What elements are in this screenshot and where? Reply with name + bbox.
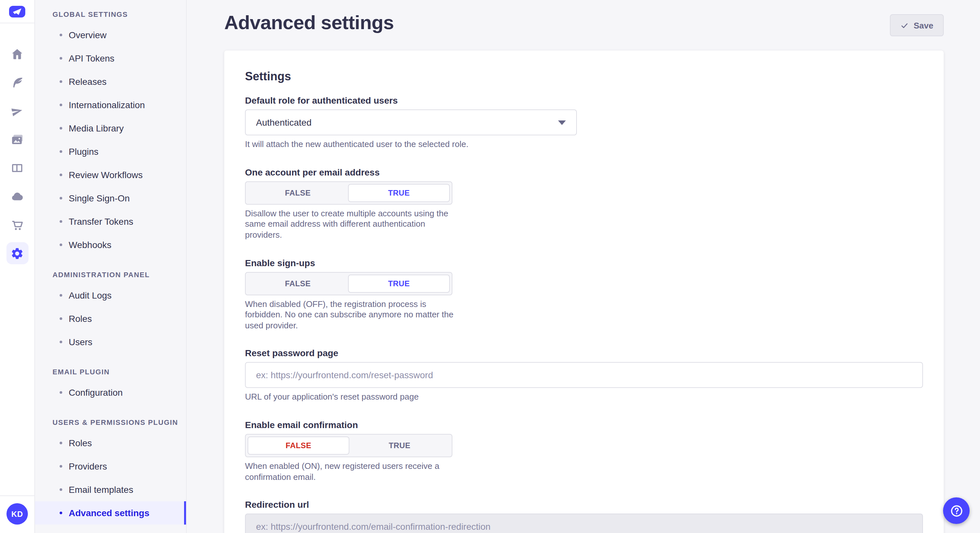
field-email-confirmation: Enable email confirmation FALSE TRUE Whe… bbox=[245, 420, 923, 483]
send-icon[interactable] bbox=[6, 100, 28, 122]
bullet-icon bbox=[60, 57, 62, 60]
sidebar-section-email-plugin: EMAIL PLUGIN bbox=[35, 368, 186, 376]
bullet-icon bbox=[60, 104, 62, 106]
bullet-icon bbox=[60, 442, 62, 444]
sidebar-item-api-tokens[interactable]: API Tokens bbox=[35, 47, 186, 70]
field-enable-signups: Enable sign-ups FALSE TRUE When disabled… bbox=[245, 257, 923, 331]
avatar[interactable]: KD bbox=[6, 503, 28, 525]
card-title: Settings bbox=[245, 70, 923, 84]
bullet-icon bbox=[60, 391, 62, 394]
toggle-true-option[interactable]: TRUE bbox=[349, 436, 450, 455]
toggle-true-option[interactable]: TRUE bbox=[348, 274, 450, 292]
field-label: Enable email confirmation bbox=[245, 420, 923, 430]
question-icon bbox=[949, 503, 964, 518]
field-label: Reset password page bbox=[245, 348, 923, 359]
check-icon bbox=[900, 21, 908, 30]
settings-sidebar: GLOBAL SETTINGS Overview API Tokens Rele… bbox=[35, 0, 187, 533]
one-account-toggle: FALSE TRUE bbox=[245, 181, 452, 204]
rail-icons bbox=[6, 23, 28, 495]
sidebar-item-transfer-tokens[interactable]: Transfer Tokens bbox=[35, 210, 186, 233]
sidebar-item-providers[interactable]: Providers bbox=[35, 455, 186, 478]
sidebar-item-releases[interactable]: Releases bbox=[35, 70, 186, 93]
bullet-icon bbox=[60, 512, 62, 514]
toggle-false-option[interactable]: FALSE bbox=[248, 184, 348, 202]
bullet-icon bbox=[60, 294, 62, 297]
field-hint: URL of your application's reset password… bbox=[245, 392, 923, 403]
rail-bottom: KD bbox=[0, 495, 34, 533]
bullet-icon bbox=[60, 197, 62, 200]
field-hint: When enabled (ON), new registered users … bbox=[245, 461, 461, 483]
field-one-account: One account per email address FALSE TRUE… bbox=[245, 167, 923, 241]
field-default-role: Default role for authenticated users Aut… bbox=[245, 95, 923, 150]
sidebar-item-audit-logs[interactable]: Audit Logs bbox=[35, 284, 186, 307]
feather-icon[interactable] bbox=[6, 71, 28, 93]
app-window: KD GLOBAL SETTINGS Overview API Tokens R… bbox=[0, 0, 980, 533]
chevron-down-icon bbox=[558, 120, 566, 125]
settings-card: Settings Default role for authenticated … bbox=[224, 51, 944, 533]
icon-rail: KD bbox=[0, 0, 35, 533]
toggle-true-option[interactable]: TRUE bbox=[348, 184, 450, 202]
field-redirection-url: Redirection url bbox=[245, 500, 923, 533]
sidebar-item-admin-users[interactable]: Users bbox=[35, 330, 186, 354]
sidebar-item-advanced-settings[interactable]: Advanced settings bbox=[35, 501, 186, 525]
field-label: Enable sign-ups bbox=[245, 257, 923, 268]
strapi-logo[interactable] bbox=[9, 6, 25, 17]
field-label: One account per email address bbox=[245, 167, 923, 177]
sidebar-item-up-roles[interactable]: Roles bbox=[35, 431, 186, 455]
bullet-icon bbox=[60, 34, 62, 36]
sidebar-item-plugins[interactable]: Plugins bbox=[35, 140, 186, 163]
bullet-icon bbox=[60, 488, 62, 491]
sidebar-item-internationalization[interactable]: Internationalization bbox=[35, 93, 186, 117]
field-hint: Disallow the user to create multiple acc… bbox=[245, 208, 461, 241]
sidebar-section-administration-panel: ADMINISTRATION PANEL bbox=[35, 271, 186, 279]
gear-icon[interactable] bbox=[6, 242, 28, 264]
field-hint: It will attach the new authenticated use… bbox=[245, 139, 923, 150]
bullet-icon bbox=[60, 341, 62, 343]
cart-icon[interactable] bbox=[6, 214, 28, 236]
sidebar-item-webhooks[interactable]: Webhooks bbox=[35, 233, 186, 257]
select-value: Authenticated bbox=[256, 117, 312, 128]
sidebar-item-review-workflows[interactable]: Review Workflows bbox=[35, 163, 186, 187]
enable-signups-toggle: FALSE TRUE bbox=[245, 272, 452, 295]
bullet-icon bbox=[60, 127, 62, 130]
home-icon[interactable] bbox=[6, 43, 28, 65]
sidebar-item-single-sign-on[interactable]: Single Sign-On bbox=[35, 187, 186, 210]
field-label: Redirection url bbox=[245, 500, 923, 510]
field-reset-password: Reset password page URL of your applicat… bbox=[245, 348, 923, 403]
page-header: Advanced settings Save bbox=[187, 0, 980, 51]
bullet-icon bbox=[60, 465, 62, 468]
page-title: Advanced settings bbox=[224, 12, 394, 34]
toggle-false-option[interactable]: FALSE bbox=[248, 274, 348, 292]
sidebar-item-admin-roles[interactable]: Roles bbox=[35, 307, 186, 330]
sidebar-item-overview[interactable]: Overview bbox=[35, 23, 186, 47]
default-role-select[interactable]: Authenticated bbox=[245, 109, 577, 135]
sidebar-item-email-configuration[interactable]: Configuration bbox=[35, 381, 186, 404]
bullet-icon bbox=[60, 220, 62, 223]
bullet-icon bbox=[60, 150, 62, 153]
bullet-icon bbox=[60, 174, 62, 176]
bullet-icon bbox=[60, 80, 62, 83]
bullet-icon bbox=[60, 317, 62, 320]
field-hint: When disabled (OFF), the registration pr… bbox=[245, 299, 461, 331]
sidebar-section-users-permissions-plugin: USERS & PERMISSIONS PLUGIN bbox=[35, 418, 186, 426]
bullet-icon bbox=[60, 244, 62, 246]
help-button[interactable] bbox=[943, 497, 970, 524]
reset-password-input[interactable] bbox=[245, 362, 923, 388]
sidebar-item-email-templates[interactable]: Email templates bbox=[35, 478, 186, 501]
field-label: Default role for authenticated users bbox=[245, 95, 923, 106]
logo-section bbox=[0, 0, 34, 23]
redirection-url-input[interactable] bbox=[245, 514, 923, 533]
cloud-icon[interactable] bbox=[6, 185, 28, 207]
toggle-false-option[interactable]: FALSE bbox=[248, 436, 349, 455]
sidebar-section-global-settings: GLOBAL SETTINGS bbox=[35, 10, 186, 18]
media-icon[interactable] bbox=[6, 128, 28, 150]
save-button[interactable]: Save bbox=[889, 14, 944, 36]
layout-icon[interactable] bbox=[6, 157, 28, 179]
main-content: Advanced settings Save Settings Default … bbox=[187, 0, 980, 533]
sidebar-item-media-library[interactable]: Media Library bbox=[35, 117, 186, 140]
email-confirmation-toggle: FALSE TRUE bbox=[245, 434, 452, 457]
